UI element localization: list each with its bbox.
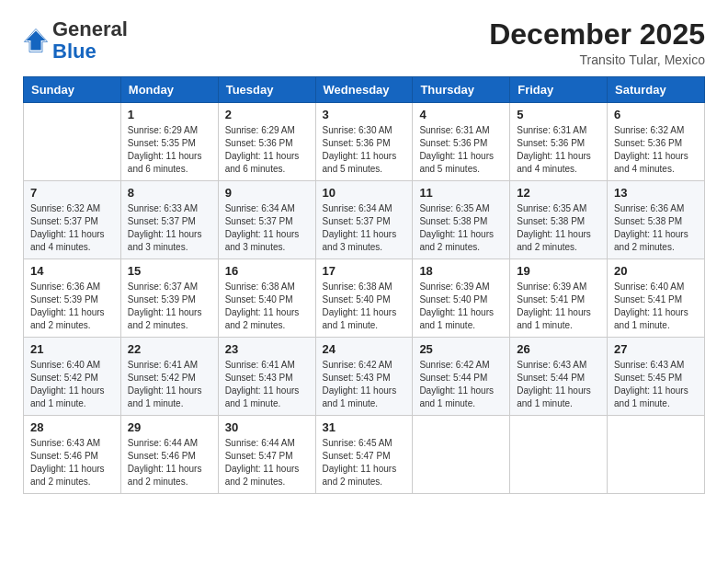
- sunset-text: Sunset: 5:47 PM: [323, 451, 391, 461]
- logo: GeneralBlue: [23, 18, 128, 63]
- calendar-week-4: 21Sunrise: 6:40 AMSunset: 5:42 PMDayligh…: [24, 338, 705, 416]
- sunrise-text: Sunrise: 6:44 AM: [128, 438, 198, 448]
- daylight-text: Daylight: 11 hours and 6 minutes.: [225, 151, 300, 174]
- daylight-text: Daylight: 11 hours and 3 minutes.: [323, 229, 397, 252]
- day-info: Sunrise: 6:36 AMSunset: 5:38 PMDaylight:…: [614, 202, 698, 254]
- sunset-text: Sunset: 5:43 PM: [225, 373, 293, 383]
- day-info: Sunrise: 6:43 AMSunset: 5:45 PMDaylight:…: [614, 359, 698, 410]
- header: GeneralBlue December 2025 Transito Tular…: [23, 18, 705, 67]
- calendar-week-1: 1Sunrise: 6:29 AMSunset: 5:35 PMDaylight…: [24, 103, 705, 181]
- sunrise-text: Sunrise: 6:40 AM: [614, 282, 684, 292]
- day-number: 6: [614, 108, 698, 121]
- daylight-text: Daylight: 11 hours and 2 minutes.: [225, 307, 300, 330]
- daylight-text: Daylight: 11 hours and 4 minutes.: [30, 229, 105, 252]
- sunset-text: Sunset: 5:40 PM: [225, 294, 293, 304]
- sunset-text: Sunset: 5:38 PM: [614, 216, 682, 226]
- calendar-week-5: 28Sunrise: 6:43 AMSunset: 5:46 PMDayligh…: [24, 416, 705, 494]
- sunrise-text: Sunrise: 6:36 AM: [30, 282, 100, 292]
- sunset-text: Sunset: 5:45 PM: [614, 373, 682, 383]
- sunset-text: Sunset: 5:37 PM: [30, 216, 98, 226]
- sunset-text: Sunset: 5:36 PM: [225, 138, 293, 148]
- day-number: 25: [419, 342, 503, 356]
- sunrise-text: Sunrise: 6:34 AM: [323, 203, 392, 213]
- sunrise-text: Sunrise: 6:33 AM: [128, 203, 198, 213]
- daylight-text: Daylight: 11 hours and 1 minute.: [419, 307, 494, 330]
- day-info: Sunrise: 6:37 AMSunset: 5:39 PMDaylight:…: [128, 281, 211, 332]
- day-info: Sunrise: 6:39 AMSunset: 5:41 PMDaylight:…: [517, 281, 600, 332]
- day-number: 3: [323, 108, 406, 121]
- daylight-text: Daylight: 11 hours and 4 minutes.: [614, 151, 688, 174]
- daylight-text: Daylight: 11 hours and 1 minute.: [225, 385, 300, 408]
- logo-text: GeneralBlue: [52, 18, 128, 63]
- sunrise-text: Sunrise: 6:38 AM: [323, 282, 392, 292]
- day-info: Sunrise: 6:45 AMSunset: 5:47 PMDaylight:…: [323, 437, 406, 488]
- day-info: Sunrise: 6:33 AMSunset: 5:37 PMDaylight:…: [128, 202, 211, 254]
- day-number: 17: [323, 264, 406, 278]
- calendar-cell: 3Sunrise: 6:30 AMSunset: 5:36 PMDaylight…: [315, 103, 413, 181]
- weekday-saturday: Saturday: [608, 77, 705, 103]
- sunrise-text: Sunrise: 6:29 AM: [128, 125, 198, 135]
- sunrise-text: Sunrise: 6:34 AM: [225, 203, 295, 213]
- sunrise-text: Sunrise: 6:31 AM: [419, 125, 489, 135]
- day-info: Sunrise: 6:35 AMSunset: 5:38 PMDaylight:…: [419, 202, 503, 254]
- sunset-text: Sunset: 5:38 PM: [517, 216, 585, 226]
- day-number: 4: [419, 108, 503, 121]
- calendar-cell: 5Sunrise: 6:31 AMSunset: 5:36 PMDaylight…: [510, 103, 608, 181]
- day-info: Sunrise: 6:32 AMSunset: 5:36 PMDaylight:…: [614, 124, 698, 176]
- sunset-text: Sunset: 5:40 PM: [419, 294, 487, 304]
- calendar-cell: 6Sunrise: 6:32 AMSunset: 5:36 PMDaylight…: [608, 103, 705, 181]
- calendar-cell: 21Sunrise: 6:40 AMSunset: 5:42 PMDayligh…: [24, 338, 121, 416]
- sunset-text: Sunset: 5:44 PM: [419, 373, 487, 383]
- sunset-text: Sunset: 5:41 PM: [614, 294, 682, 304]
- daylight-text: Daylight: 11 hours and 1 minute.: [323, 385, 397, 408]
- day-number: 26: [517, 342, 600, 356]
- day-number: 30: [225, 420, 309, 434]
- calendar-cell: 25Sunrise: 6:42 AMSunset: 5:44 PMDayligh…: [413, 338, 510, 416]
- calendar-cell: 11Sunrise: 6:35 AMSunset: 5:38 PMDayligh…: [413, 181, 510, 259]
- day-info: Sunrise: 6:36 AMSunset: 5:39 PMDaylight:…: [30, 281, 114, 332]
- logo-icon: [23, 28, 49, 53]
- sunset-text: Sunset: 5:36 PM: [419, 138, 487, 148]
- daylight-text: Daylight: 11 hours and 2 minutes.: [419, 229, 494, 252]
- calendar-cell: 23Sunrise: 6:41 AMSunset: 5:43 PMDayligh…: [218, 338, 315, 416]
- day-number: 22: [128, 342, 211, 356]
- calendar-title: December 2025: [489, 18, 705, 51]
- calendar-cell: 19Sunrise: 6:39 AMSunset: 5:41 PMDayligh…: [510, 259, 608, 338]
- calendar-cell: 30Sunrise: 6:44 AMSunset: 5:47 PMDayligh…: [218, 416, 315, 494]
- sunrise-text: Sunrise: 6:35 AM: [419, 203, 489, 213]
- day-number: 7: [30, 186, 114, 200]
- sunset-text: Sunset: 5:42 PM: [30, 373, 98, 383]
- sunrise-text: Sunrise: 6:38 AM: [225, 282, 295, 292]
- calendar-cell: 15Sunrise: 6:37 AMSunset: 5:39 PMDayligh…: [120, 259, 218, 338]
- daylight-text: Daylight: 11 hours and 2 minutes.: [128, 464, 202, 487]
- calendar-cell: [510, 416, 608, 494]
- calendar-cell: 29Sunrise: 6:44 AMSunset: 5:46 PMDayligh…: [120, 416, 218, 494]
- sunrise-text: Sunrise: 6:40 AM: [30, 360, 100, 370]
- sunrise-text: Sunrise: 6:37 AM: [128, 282, 198, 292]
- day-number: 18: [419, 264, 503, 278]
- weekday-wednesday: Wednesday: [315, 77, 413, 103]
- sunrise-text: Sunrise: 6:29 AM: [225, 125, 295, 135]
- day-number: 12: [517, 186, 600, 200]
- day-info: Sunrise: 6:31 AMSunset: 5:36 PMDaylight:…: [419, 124, 503, 176]
- day-number: 14: [30, 264, 114, 278]
- day-number: 10: [323, 186, 406, 200]
- daylight-text: Daylight: 11 hours and 2 minutes.: [30, 307, 105, 330]
- sunrise-text: Sunrise: 6:42 AM: [419, 360, 489, 370]
- calendar-table: SundayMondayTuesdayWednesdayThursdayFrid…: [23, 76, 705, 494]
- daylight-text: Daylight: 11 hours and 3 minutes.: [128, 229, 202, 252]
- calendar-cell: 28Sunrise: 6:43 AMSunset: 5:46 PMDayligh…: [24, 416, 121, 494]
- day-info: Sunrise: 6:43 AMSunset: 5:46 PMDaylight:…: [30, 437, 114, 488]
- day-number: 5: [517, 108, 600, 121]
- calendar-cell: [24, 103, 121, 181]
- calendar-cell: 16Sunrise: 6:38 AMSunset: 5:40 PMDayligh…: [218, 259, 315, 338]
- daylight-text: Daylight: 11 hours and 1 minute.: [517, 307, 591, 330]
- calendar-cell: 2Sunrise: 6:29 AMSunset: 5:36 PMDaylight…: [218, 103, 315, 181]
- sunset-text: Sunset: 5:37 PM: [323, 216, 391, 226]
- day-info: Sunrise: 6:44 AMSunset: 5:47 PMDaylight:…: [225, 437, 309, 488]
- daylight-text: Daylight: 11 hours and 4 minutes.: [517, 151, 591, 174]
- daylight-text: Daylight: 11 hours and 2 minutes.: [30, 464, 105, 487]
- daylight-text: Daylight: 11 hours and 2 minutes.: [323, 464, 397, 487]
- sunrise-text: Sunrise: 6:42 AM: [323, 360, 392, 370]
- calendar-cell: 8Sunrise: 6:33 AMSunset: 5:37 PMDaylight…: [120, 181, 218, 259]
